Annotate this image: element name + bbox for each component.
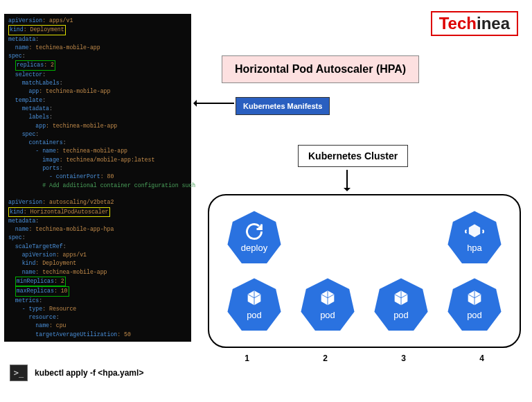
col-num: 4 — [479, 353, 484, 363]
hpa-node: hpa — [446, 209, 503, 266]
cluster-container: deploy hpa pod pod — [208, 194, 521, 348]
kubectl-command: kubectl apply -f <hpa.yaml> — [35, 368, 143, 378]
cluster-row-bottom: pod pod pod pod — [218, 277, 511, 333]
pod-node: pod — [373, 277, 429, 333]
brand-logo: Techinea — [431, 11, 518, 36]
cube-icon — [465, 289, 484, 308]
cluster-row-top: deploy hpa — [218, 209, 511, 266]
terminal-command: >_ kubectl apply -f <hpa.yaml> — [10, 365, 143, 381]
cube-icon — [391, 289, 411, 308]
cube-icon — [318, 289, 337, 308]
column-numbers: 1 2 3 4 — [208, 353, 521, 363]
cube-icon — [245, 289, 264, 308]
page-title: Horizontal Pod Autoscaler (HPA) — [222, 55, 419, 83]
logo-part2: inea — [477, 14, 510, 33]
scale-cube-icon — [465, 222, 484, 241]
logo-part1: Tech — [439, 14, 477, 33]
manifests-label: Kubernetes Manifests — [236, 97, 330, 115]
col-num: 2 — [323, 353, 328, 363]
yaml-manifest-code: apiVersion: apps/v1 kind: Deployment met… — [4, 14, 191, 342]
col-num: 3 — [401, 353, 406, 363]
col-num: 1 — [245, 353, 249, 363]
arrow-to-code-icon — [194, 103, 234, 104]
terminal-icon: >_ — [10, 365, 28, 381]
pod-node: pod — [446, 277, 503, 333]
arrow-to-cluster-icon — [346, 170, 348, 191]
pod-node: pod — [299, 277, 356, 333]
refresh-icon — [245, 222, 264, 241]
deploy-node: deploy — [226, 209, 283, 266]
cluster-label: Kubernetes Cluster — [298, 145, 408, 167]
pod-node: pod — [226, 277, 283, 333]
